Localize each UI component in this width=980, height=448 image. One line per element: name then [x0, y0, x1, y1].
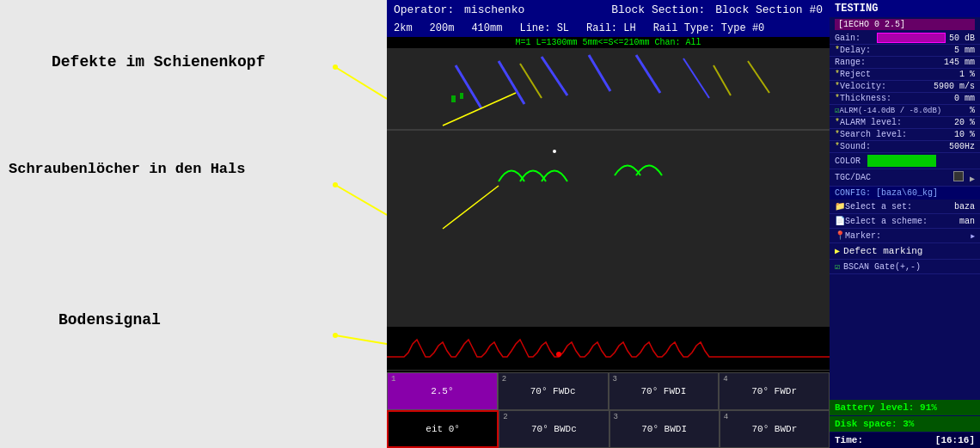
gain-label: Gain:	[835, 34, 861, 43]
channel-row-2: eit 0° 2 70° BWDc 3 70° BWDI 4 70° BWDr	[387, 410, 830, 448]
color-label: COLOR	[835, 156, 861, 166]
scan-area: M=1 L=1300mm 5mm<=S<=210mm Chan: All	[387, 37, 830, 372]
channel-4[interactable]: 4 70° FWDr	[719, 372, 830, 410]
svg-rect-17	[460, 93, 463, 99]
range-row: Range: 145 mm	[830, 57, 980, 69]
scheme-folder-icon: 📄	[835, 216, 845, 226]
config-header: CONFIG: [baza\60_kg]	[830, 187, 980, 199]
select-scheme-value: man	[959, 217, 975, 226]
tgc-arrow: ▶	[970, 175, 975, 184]
search-level-label: *Search level:	[835, 130, 907, 139]
thickness-value: 0 mm	[954, 94, 975, 103]
disk-row: Disk space: 3%	[830, 416, 980, 432]
svg-rect-16	[451, 95, 456, 102]
channel-tabs: 1 2.5° 2 70° FWDc 3 70° FWDI 4 70° FWDr …	[387, 372, 830, 448]
reject-row: *Reject 1 %	[830, 69, 980, 81]
svg-point-20	[553, 150, 556, 153]
reject-label: *Reject	[835, 70, 871, 79]
channel-2[interactable]: 2 70° FWDc	[498, 372, 609, 410]
range-label: Range:	[835, 58, 866, 67]
defect-marking-row[interactable]: ▶ Defect marking	[830, 243, 980, 260]
velocity-rp-value: 5900 m/s	[934, 82, 975, 91]
tgc-label: TGC/DAC	[835, 173, 871, 182]
channel-6[interactable]: 2 70° BWDc	[499, 410, 609, 448]
dist-2km: 2km	[394, 22, 413, 34]
waveform-area	[387, 327, 830, 370]
marker-label: Marker:	[845, 231, 971, 241]
annotation-head-label: Defekte im Schienenkopf	[52, 53, 265, 71]
svg-point-3	[333, 182, 338, 187]
scan-display	[387, 48, 830, 327]
right-panel: TESTING [1ECHO 0 2.5] Gain: 50 dB *Delay…	[830, 0, 980, 448]
delay-value: 5 mm	[954, 46, 975, 55]
battery-row: Battery level: 91%	[830, 400, 980, 415]
operator-info: Operator: mischenko	[394, 3, 524, 16]
select-set-row[interactable]: 📁 Select a set: baza	[830, 199, 980, 214]
sound-label: *Sound:	[835, 142, 871, 151]
color-box	[867, 155, 936, 167]
gain-value: 50 dB	[949, 34, 975, 43]
main-scan-area: Operator: mischenko Block Section: Block…	[387, 0, 830, 448]
velocity-row: *Velocity: 5900 m/s	[830, 81, 980, 93]
waveform-svg	[387, 327, 830, 370]
delay-label: *Delay:	[835, 46, 871, 55]
channel-3[interactable]: 3 70° FWDI	[609, 372, 720, 410]
alarm-level-value: 20 %	[954, 118, 975, 127]
header-bar: Operator: mischenko Block Section: Block…	[387, 0, 830, 20]
svg-line-2	[335, 185, 387, 215]
rail-type-info: Rail Type: Type #0	[653, 22, 765, 34]
alarm-row: ☑ALRM(-14.0dB / -8.0dB) %	[830, 105, 980, 117]
tgc-row[interactable]: TGC/DAC ▶	[830, 169, 980, 187]
bottom-status: Battery level: 91% Disk space: 3% Time: …	[830, 400, 980, 448]
alarm-label: ☑ALRM(-14.0dB / -8.0dB)	[835, 106, 941, 115]
svg-line-0	[335, 67, 387, 99]
search-level-value: 10 %	[954, 130, 975, 139]
dist-200m: 200m	[430, 22, 455, 34]
marker-icon: 📍	[835, 230, 845, 241]
folder-icon: 📁	[835, 201, 845, 212]
alarm-level-label: *ALARM level:	[835, 118, 902, 127]
block-info: Block Section: Block Section #0	[611, 3, 823, 16]
color-row[interactable]: COLOR	[830, 153, 980, 169]
scan-info-bar: M=1 L=1300mm 5mm<=S<=210mm Chan: All	[387, 37, 830, 48]
select-scheme-row[interactable]: 📄 Select a scheme: man	[830, 214, 980, 229]
svg-point-23	[556, 352, 561, 357]
dist-410mm: 410mm	[471, 22, 502, 34]
select-scheme-label: Select a scheme:	[845, 217, 959, 226]
select-set-value: baza	[954, 202, 975, 212]
channel-8[interactable]: 4 70° BWDr	[720, 410, 830, 448]
thickness-label: *Thickness:	[835, 94, 891, 103]
tgc-square	[953, 171, 964, 181]
annotation-bottom-label: Bodensignal	[58, 311, 161, 328]
gain-row: Gain: 50 dB	[830, 32, 980, 45]
alarm-value: %	[970, 106, 975, 115]
line-info: Line: SL	[519, 22, 569, 34]
reject-value: 1 %	[959, 70, 975, 79]
channel-1[interactable]: 1 2.5°	[387, 372, 498, 410]
svg-rect-22	[387, 327, 830, 370]
channel-5[interactable]: eit 0°	[387, 410, 499, 448]
sub-header: 2km 200m 410mm Line: SL Rail: LH Rail Ty…	[387, 20, 830, 37]
bscan-gate-row[interactable]: ☑ BSCAN Gate(+,-)	[830, 260, 980, 274]
gain-bar	[877, 33, 946, 43]
defect-marking-label: Defect marking	[843, 246, 922, 256]
svg-point-1	[333, 64, 338, 70]
channel-7[interactable]: 3 70° BWDI	[609, 410, 720, 448]
svg-point-5	[333, 333, 338, 338]
channel-row-1: 1 2.5° 2 70° FWDc 3 70° FWDI 4 70° FWDr	[387, 372, 830, 410]
select-set-label: Select a set:	[845, 202, 954, 212]
marker-row[interactable]: 📍 Marker: ▶	[830, 229, 980, 243]
rail-info: Rail: LH	[586, 22, 636, 34]
alarm-level-row: *ALARM level: 20 %	[830, 117, 980, 129]
bscan-checkbox-icon: ☑	[835, 261, 840, 272]
rp-title: TESTING	[830, 0, 980, 17]
range-value: 145 mm	[944, 58, 975, 67]
sound-row: *Sound: 500Hz	[830, 141, 980, 153]
delay-row: *Delay: 5 mm	[830, 45, 980, 57]
echo-label[interactable]: [1ECHO 0 2.5]	[835, 19, 975, 30]
annotation-panel: Defekte im Schienenkopf Schraubenlöcher …	[0, 0, 387, 448]
annotation-holes-label: Schraubenlöcher in den Hals	[9, 161, 245, 177]
bscan-gate-label: BSCAN Gate(+,-)	[843, 262, 921, 272]
time-row: Time: [16:16]	[830, 433, 980, 448]
thickness-row: *Thickness: 0 mm	[830, 93, 980, 105]
